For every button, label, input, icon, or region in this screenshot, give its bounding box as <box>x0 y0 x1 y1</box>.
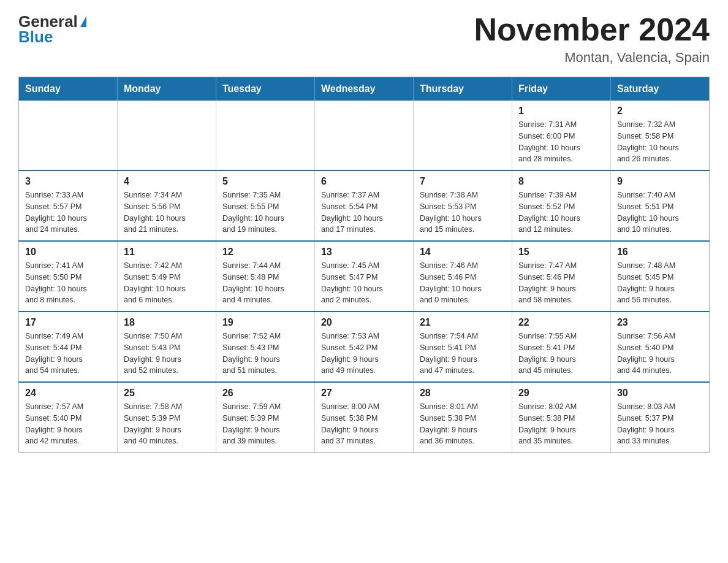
title-area: November 2024 Montan, Valencia, Spain <box>474 12 710 66</box>
header-sunday: Sunday <box>19 77 118 101</box>
table-row <box>413 101 512 170</box>
day-info: Sunrise: 7:48 AM Sunset: 5:45 PM Dayligh… <box>617 260 703 306</box>
calendar-week-row: 17Sunrise: 7:49 AM Sunset: 5:44 PM Dayli… <box>19 312 710 382</box>
table-row: 9Sunrise: 7:40 AM Sunset: 5:51 PM Daylig… <box>610 170 709 241</box>
day-number: 2 <box>617 105 703 117</box>
table-row: 29Sunrise: 8:02 AM Sunset: 5:38 PM Dayli… <box>512 382 610 453</box>
table-row: 12Sunrise: 7:44 AM Sunset: 5:48 PM Dayli… <box>216 241 314 312</box>
day-info: Sunrise: 7:40 AM Sunset: 5:51 PM Dayligh… <box>617 190 703 236</box>
day-info: Sunrise: 7:42 AM Sunset: 5:49 PM Dayligh… <box>124 260 210 306</box>
day-number: 27 <box>321 388 407 399</box>
table-row: 15Sunrise: 7:47 AM Sunset: 5:46 PM Dayli… <box>512 241 610 312</box>
header-monday: Monday <box>117 77 216 101</box>
table-row: 20Sunrise: 7:53 AM Sunset: 5:42 PM Dayli… <box>314 312 413 382</box>
table-row: 30Sunrise: 8:03 AM Sunset: 5:37 PM Dayli… <box>610 382 709 453</box>
day-number: 15 <box>518 247 604 258</box>
day-number: 3 <box>25 176 111 187</box>
day-number: 16 <box>617 247 703 258</box>
day-number: 21 <box>420 317 506 328</box>
day-info: Sunrise: 7:35 AM Sunset: 5:55 PM Dayligh… <box>222 190 308 236</box>
day-number: 8 <box>518 176 604 187</box>
day-info: Sunrise: 7:56 AM Sunset: 5:40 PM Dayligh… <box>617 331 703 377</box>
day-info: Sunrise: 7:59 AM Sunset: 5:39 PM Dayligh… <box>222 401 308 447</box>
day-info: Sunrise: 7:57 AM Sunset: 5:40 PM Dayligh… <box>25 401 111 447</box>
table-row: 28Sunrise: 8:01 AM Sunset: 5:38 PM Dayli… <box>413 382 512 453</box>
day-number: 26 <box>222 388 308 399</box>
day-info: Sunrise: 8:00 AM Sunset: 5:38 PM Dayligh… <box>321 401 407 447</box>
day-number: 30 <box>617 388 703 399</box>
table-row: 14Sunrise: 7:46 AM Sunset: 5:46 PM Dayli… <box>413 241 512 312</box>
table-row: 24Sunrise: 7:57 AM Sunset: 5:40 PM Dayli… <box>19 382 118 453</box>
table-row: 6Sunrise: 7:37 AM Sunset: 5:54 PM Daylig… <box>314 170 413 241</box>
table-row <box>314 101 413 170</box>
table-row: 1Sunrise: 7:31 AM Sunset: 6:00 PM Daylig… <box>512 101 610 170</box>
calendar-header-row: Sunday Monday Tuesday Wednesday Thursday… <box>19 77 710 101</box>
table-row: 2Sunrise: 7:32 AM Sunset: 5:58 PM Daylig… <box>610 101 709 170</box>
day-info: Sunrise: 7:58 AM Sunset: 5:39 PM Dayligh… <box>124 401 210 447</box>
day-info: Sunrise: 7:50 AM Sunset: 5:43 PM Dayligh… <box>124 331 210 377</box>
day-info: Sunrise: 7:34 AM Sunset: 5:56 PM Dayligh… <box>124 190 210 236</box>
day-number: 23 <box>617 317 703 328</box>
page-title: November 2024 <box>474 12 710 47</box>
day-number: 22 <box>518 317 604 328</box>
day-number: 11 <box>124 247 210 258</box>
table-row: 13Sunrise: 7:45 AM Sunset: 5:47 PM Dayli… <box>314 241 413 312</box>
day-number: 25 <box>124 388 210 399</box>
day-info: Sunrise: 8:01 AM Sunset: 5:38 PM Dayligh… <box>420 401 506 447</box>
day-info: Sunrise: 7:32 AM Sunset: 5:58 PM Dayligh… <box>617 119 703 165</box>
table-row: 22Sunrise: 7:55 AM Sunset: 5:41 PM Dayli… <box>512 312 610 382</box>
table-row <box>117 101 216 170</box>
day-info: Sunrise: 7:38 AM Sunset: 5:53 PM Dayligh… <box>420 190 506 236</box>
logo: General Blue <box>18 12 86 47</box>
header-thursday: Thursday <box>413 77 512 101</box>
day-info: Sunrise: 7:39 AM Sunset: 5:52 PM Dayligh… <box>518 190 604 236</box>
day-number: 10 <box>25 247 111 258</box>
day-number: 19 <box>222 317 308 328</box>
day-number: 1 <box>518 105 604 117</box>
day-info: Sunrise: 7:46 AM Sunset: 5:46 PM Dayligh… <box>420 260 506 306</box>
table-row <box>19 101 118 170</box>
day-info: Sunrise: 7:54 AM Sunset: 5:41 PM Dayligh… <box>420 331 506 377</box>
day-number: 28 <box>420 388 506 399</box>
calendar-week-row: 10Sunrise: 7:41 AM Sunset: 5:50 PM Dayli… <box>19 241 710 312</box>
day-number: 6 <box>321 176 407 187</box>
day-info: Sunrise: 7:37 AM Sunset: 5:54 PM Dayligh… <box>321 190 407 236</box>
day-info: Sunrise: 7:45 AM Sunset: 5:47 PM Dayligh… <box>321 260 407 306</box>
table-row: 19Sunrise: 7:52 AM Sunset: 5:43 PM Dayli… <box>216 312 314 382</box>
day-number: 13 <box>321 247 407 258</box>
table-row: 10Sunrise: 7:41 AM Sunset: 5:50 PM Dayli… <box>19 241 118 312</box>
day-info: Sunrise: 7:47 AM Sunset: 5:46 PM Dayligh… <box>518 260 604 306</box>
table-row: 21Sunrise: 7:54 AM Sunset: 5:41 PM Dayli… <box>413 312 512 382</box>
day-info: Sunrise: 8:03 AM Sunset: 5:37 PM Dayligh… <box>617 401 703 447</box>
day-info: Sunrise: 7:31 AM Sunset: 6:00 PM Dayligh… <box>518 119 604 165</box>
table-row: 26Sunrise: 7:59 AM Sunset: 5:39 PM Dayli… <box>216 382 314 453</box>
logo-blue: Blue <box>18 28 53 47</box>
day-number: 5 <box>222 176 308 187</box>
table-row: 17Sunrise: 7:49 AM Sunset: 5:44 PM Dayli… <box>19 312 118 382</box>
day-info: Sunrise: 8:02 AM Sunset: 5:38 PM Dayligh… <box>518 401 604 447</box>
table-row: 27Sunrise: 8:00 AM Sunset: 5:38 PM Dayli… <box>314 382 413 453</box>
header-wednesday: Wednesday <box>314 77 413 101</box>
table-row: 5Sunrise: 7:35 AM Sunset: 5:55 PM Daylig… <box>216 170 314 241</box>
table-row: 4Sunrise: 7:34 AM Sunset: 5:56 PM Daylig… <box>117 170 216 241</box>
day-number: 20 <box>321 317 407 328</box>
day-info: Sunrise: 7:53 AM Sunset: 5:42 PM Dayligh… <box>321 331 407 377</box>
calendar-week-row: 1Sunrise: 7:31 AM Sunset: 6:00 PM Daylig… <box>19 101 710 170</box>
day-info: Sunrise: 7:52 AM Sunset: 5:43 PM Dayligh… <box>222 331 308 377</box>
day-number: 29 <box>518 388 604 399</box>
calendar-table: Sunday Monday Tuesday Wednesday Thursday… <box>18 77 710 453</box>
calendar-week-row: 3Sunrise: 7:33 AM Sunset: 5:57 PM Daylig… <box>19 170 710 241</box>
header-tuesday: Tuesday <box>216 77 314 101</box>
day-number: 17 <box>25 317 111 328</box>
day-info: Sunrise: 7:41 AM Sunset: 5:50 PM Dayligh… <box>25 260 111 306</box>
day-number: 9 <box>617 176 703 187</box>
page-subtitle: Montan, Valencia, Spain <box>474 50 710 66</box>
day-number: 7 <box>420 176 506 187</box>
header-friday: Friday <box>512 77 610 101</box>
logo-triangle-icon <box>80 16 86 27</box>
day-number: 18 <box>124 317 210 328</box>
day-number: 12 <box>222 247 308 258</box>
table-row: 11Sunrise: 7:42 AM Sunset: 5:49 PM Dayli… <box>117 241 216 312</box>
header: General Blue November 2024 Montan, Valen… <box>18 12 710 66</box>
day-number: 4 <box>124 176 210 187</box>
